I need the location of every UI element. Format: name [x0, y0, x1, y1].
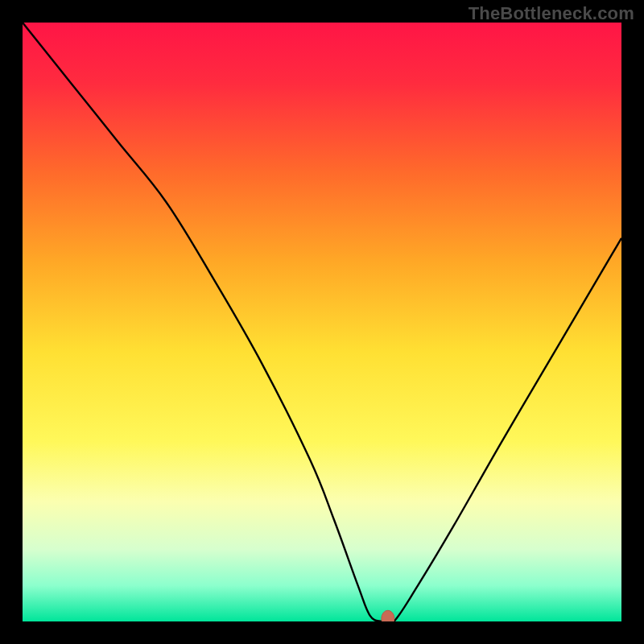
- chart-frame: TheBottleneck.com: [0, 0, 644, 644]
- gradient-background: [23, 23, 621, 621]
- chart-svg: [23, 23, 621, 621]
- chart-plot-area: [23, 23, 621, 621]
- watermark-label: TheBottleneck.com: [469, 3, 634, 24]
